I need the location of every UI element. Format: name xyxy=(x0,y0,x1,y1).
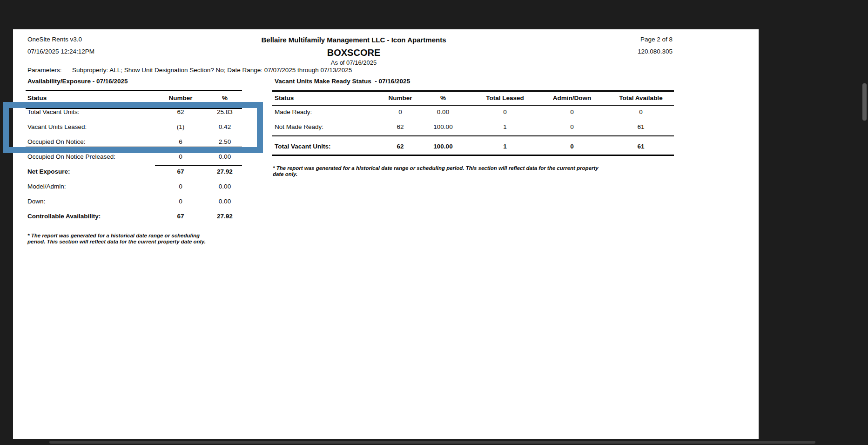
row-label: Not Made Ready: xyxy=(275,123,323,131)
footnote-line: * The report was generated for a histori… xyxy=(27,233,228,239)
table-row: Model/Admin: 0 0.00 xyxy=(26,183,242,190)
table-row: Net Exposure: 67 27.92 xyxy=(26,168,242,175)
vertical-scrollbar-thumb[interactable] xyxy=(862,83,867,121)
row-label: Net Exposure: xyxy=(27,168,70,175)
row-percent: 0.00 xyxy=(197,183,253,190)
row-label: Made Ready: xyxy=(275,108,312,116)
row-label: Total Vacant Units: xyxy=(275,143,331,150)
row-total-available: 0 xyxy=(608,108,673,116)
row-admin-down: 0 xyxy=(539,143,605,150)
row-percent: 27.92 xyxy=(197,213,253,220)
table-row: Not Made Ready: 62 100.00 1 0 61 xyxy=(272,123,674,131)
horizontal-scrollbar-thumb[interactable] xyxy=(49,441,815,444)
row-percent: 27.92 xyxy=(197,168,253,175)
column-header-total-available: Total Available xyxy=(608,94,673,102)
row-percent: 0.00 xyxy=(197,153,253,161)
document-page: OneSite Rents v3.0 07/16/2025 12:24:12PM… xyxy=(13,29,759,439)
table-row: Occupied On Notice Preleased: 0 0.00 xyxy=(26,153,242,161)
column-header-percent: % xyxy=(197,94,253,102)
column-header-total-leased: Total Leased xyxy=(472,94,538,102)
row-label: Model/Admin: xyxy=(27,183,66,190)
table-row: Made Ready: 0 0.00 0 0 0 xyxy=(272,108,674,116)
parameters-label: Parameters: xyxy=(27,67,72,74)
generated-timestamp: 07/16/2025 12:24:12PM xyxy=(27,48,94,55)
make-ready-table-top-rule xyxy=(272,90,674,92)
highlight-annotation xyxy=(3,102,263,153)
row-admin-down: 0 xyxy=(539,108,605,116)
row-label: Occupied On Notice Preleased: xyxy=(27,153,115,161)
row-percent: 0.00 xyxy=(410,108,476,116)
net-exposure-sum-rule xyxy=(155,165,242,166)
row-total-leased: 1 xyxy=(472,123,538,131)
make-ready-section-heading: Vacant Units Make Ready Status - 07/16/2… xyxy=(275,78,410,85)
as-of-date: As of 07/16/2025 xyxy=(214,59,493,66)
make-ready-footnote: * The report was generated for a histori… xyxy=(273,165,631,177)
make-ready-header-rule xyxy=(272,105,674,106)
column-header-percent: % xyxy=(410,94,476,102)
table-row: Controllable Availability: 67 27.92 xyxy=(26,213,242,220)
row-percent: 0.00 xyxy=(197,198,253,205)
row-percent: 100.00 xyxy=(410,123,476,131)
availability-header-row: Status Number % xyxy=(26,94,242,102)
report-title: BOXSCORE xyxy=(214,47,493,58)
table-row-total: Total Vacant Units: 62 100.00 1 0 61 xyxy=(272,143,674,150)
footnote-line: * The report was generated for a histori… xyxy=(273,165,631,171)
row-total-available: 61 xyxy=(608,123,673,131)
row-total-leased: 0 xyxy=(472,108,538,116)
column-header-status: Status xyxy=(27,94,47,102)
make-ready-header-row: Status Number % Total Leased Admin/Down … xyxy=(272,94,674,102)
row-label: Down: xyxy=(27,198,45,205)
availability-section-heading: Availability/Exposure - 07/16/2025 xyxy=(27,78,128,85)
column-header-status: Status xyxy=(275,94,294,102)
make-ready-total-rule xyxy=(272,135,674,136)
parameters-value: Subproperty: ALL; Show Unit Designation … xyxy=(72,67,352,74)
column-header-admin-down: Admin/Down xyxy=(539,94,605,102)
row-total-available: 61 xyxy=(608,143,673,150)
page-indicator: Page 2 of 8 xyxy=(579,36,673,43)
property-title: Bellaire Multifamily Management LLC - Ic… xyxy=(214,36,493,44)
table-row: Down: 0 0.00 xyxy=(26,198,242,205)
make-ready-bottom-rule xyxy=(272,155,674,156)
parameters-line: Parameters:Subproperty: ALL; Show Unit D… xyxy=(27,67,352,74)
availability-table-top-rule xyxy=(26,90,242,91)
row-admin-down: 0 xyxy=(539,123,605,131)
app-name: OneSite Rents v3.0 xyxy=(27,36,82,43)
report-code: 120.080.305 xyxy=(579,48,673,55)
availability-footnote: * The report was generated for a histori… xyxy=(27,233,228,245)
row-label: Controllable Availability: xyxy=(27,213,101,220)
footnote-line: date only. xyxy=(273,171,631,177)
footnote-line: period. This section will reflect data f… xyxy=(27,239,228,245)
row-percent: 100.00 xyxy=(410,143,476,150)
row-total-leased: 1 xyxy=(472,143,538,150)
pdf-viewer: { "viewer": { "background_color": "#1d1d… xyxy=(0,0,868,445)
